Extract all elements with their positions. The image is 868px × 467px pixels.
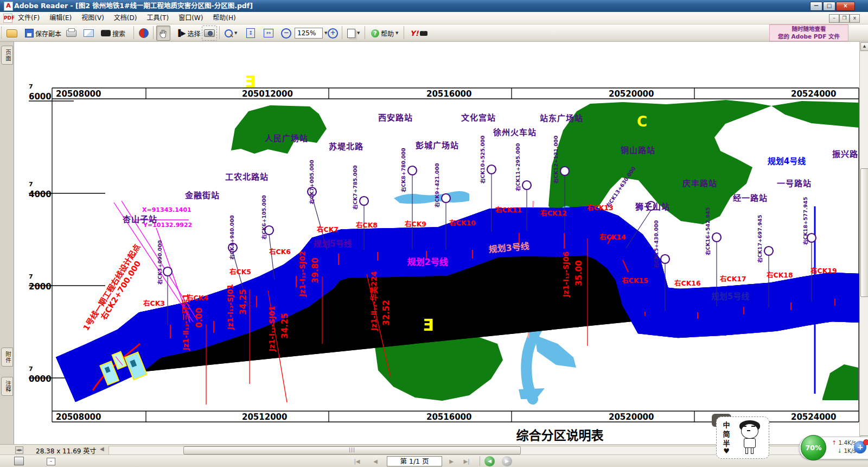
sidebar-tab-1[interactable]: 附件: [1, 348, 13, 367]
station-chainage-9: 右CK12+121.000: [552, 131, 559, 184]
borehole-value-4: 32.52: [381, 294, 391, 332]
station-chainage-3: 右CK7+005.000: [308, 152, 315, 204]
grid-coord-top-3: 20520000: [609, 89, 654, 99]
zoom-level-combobox[interactable]: 125% ▼: [294, 26, 328, 41]
ck-label-7: 右CK10: [449, 217, 476, 228]
menu-item-4[interactable]: 工具(T): [142, 12, 174, 24]
menu-item-6[interactable]: 帮助(H): [208, 12, 240, 24]
first-page-icon[interactable]: |◀: [350, 457, 363, 466]
borehole-value-2: 34.25: [280, 307, 290, 345]
snapshot-button[interactable]: [202, 26, 217, 41]
station-label-9: 站东广场站: [524, 112, 599, 123]
menu-item-2[interactable]: 视图(V): [76, 12, 109, 24]
station-label-6: 彭城广场站: [399, 139, 475, 150]
print-button[interactable]: [64, 26, 79, 41]
grid-coord-bottom-4: 20524000: [791, 412, 837, 422]
ck-label-3: 右CK6: [269, 246, 291, 256]
select-tool-button[interactable]: ▐▶ 选择: [174, 26, 202, 41]
document-size: 28.38 x 11.69 英寸: [36, 446, 96, 455]
station-label-4: 苏堤北路: [308, 140, 384, 152]
hand-icon: [158, 28, 168, 38]
grid-coord-bottom-1: 20512000: [242, 412, 288, 422]
borehole-id-0: Jz1-Ⅱ₁₂-三环污1: [180, 268, 190, 376]
ck-label-8: 右CK11: [495, 204, 522, 214]
single-page-view-icon[interactable]: [14, 457, 24, 465]
station-label-2: 工农北路站: [209, 171, 285, 182]
banner-line1: 随时随地查看: [770, 25, 848, 33]
ck-label-9: 右CK12: [540, 207, 567, 218]
email-button[interactable]: [81, 26, 96, 41]
previous-page-icon[interactable]: ◀: [369, 457, 382, 466]
station-label-10: 铜山路站: [600, 144, 676, 155]
planned-line-label-4: 规划5号线: [698, 290, 763, 301]
save-icon: [25, 29, 34, 37]
page-display-button[interactable]: ▼: [345, 26, 362, 41]
yahoo-search-button[interactable]: Y!: [408, 26, 430, 41]
vertical-scrollbar-thumb[interactable]: [860, 168, 868, 297]
pane-splitter-icon[interactable]: ◄►: [15, 446, 23, 454]
zoom-out-button[interactable]: −: [279, 26, 293, 41]
grid-coord-top-2: 20516000: [426, 89, 472, 99]
ck-label-6: 右CK9: [405, 218, 426, 229]
scroll-up-icon[interactable]: ▲: [860, 42, 868, 51]
zoom-in-button[interactable]: +: [326, 26, 340, 41]
ck-label-10: 右CK13: [587, 202, 614, 212]
zoom-out-icon: −: [281, 28, 291, 39]
doc-minimize-button[interactable]: –: [829, 14, 839, 23]
next-view-button[interactable]: ▶: [502, 456, 512, 466]
ck-label-12: 右CK15: [622, 275, 648, 285]
open-button[interactable]: [4, 26, 20, 41]
restore-button[interactable]: □: [823, 2, 835, 11]
doc-close-button[interactable]: x: [850, 14, 860, 23]
grid-coord-top-4: 20524000: [791, 89, 837, 99]
doc-restore-button[interactable]: ❐: [839, 14, 850, 23]
last-page-icon[interactable]: ▶|: [460, 457, 473, 466]
region-letter-2: C: [637, 113, 647, 130]
scroll-left-icon[interactable]: ◀: [100, 446, 104, 452]
page-indicator[interactable]: 第 1/1 页: [387, 456, 442, 466]
sidebar-tab-2[interactable]: 注释: [1, 377, 13, 396]
station-chainage-8: 右CK11+295.000: [514, 139, 521, 191]
borehole-value-0: 0.00: [194, 299, 204, 337]
yahoo-binoculars-icon: [420, 31, 427, 36]
sidebar-tab-0[interactable]: 页面: [1, 46, 13, 65]
menu-item-1[interactable]: 编辑(E): [44, 12, 76, 24]
page-size-icon[interactable]: –: [47, 458, 55, 465]
menu-item-3[interactable]: 文档(D): [109, 12, 142, 24]
memory-percent-ball[interactable]: 70%: [801, 435, 826, 460]
help-button[interactable]: ? 帮助 ▼: [369, 26, 400, 41]
upload-speed: ↑ 1.4K/s: [829, 439, 856, 446]
adobe-promo-banner[interactable]: 随时随地查看 您的 Adobe PDF 文件: [769, 24, 848, 41]
ck-label-14: 右CK17: [720, 273, 746, 283]
fit-width-button[interactable]: ↔: [261, 26, 276, 41]
title-bar: A Adobe Reader - [图2 徐州地铁1#线一期工程地质灾害分区图-…: [0, 0, 868, 12]
save-copy-button[interactable]: 保存副本: [23, 26, 63, 41]
station-chainage-11: 右CK15+430.000: [652, 216, 660, 268]
ck-label-15: 右CK18: [767, 269, 793, 280]
ck-label-16: 右CK19: [810, 265, 837, 275]
grid-coord-left-3: 0000: [29, 374, 52, 384]
next-page-icon[interactable]: ▶: [445, 457, 458, 466]
grid-coord-left-0: 6000: [29, 92, 52, 102]
menu-item-5[interactable]: 窗口(W): [174, 12, 208, 24]
horizontal-scrollbar-thumb[interactable]: |||: [183, 446, 521, 455]
magnifier-icon: [225, 29, 233, 37]
ime-toolbar-popup[interactable]: 中简半♥: [716, 416, 769, 459]
hand-tool-button[interactable]: [156, 26, 170, 41]
previous-view-button[interactable]: ◀: [484, 456, 495, 466]
menu-item-0[interactable]: 文件(F): [13, 12, 44, 24]
borehole-value-3: 39.80: [310, 251, 320, 289]
station-chainage-1: 右CK4+940.000: [228, 207, 235, 260]
fit-height-button[interactable]: ↕: [244, 26, 257, 41]
station-chainage-14: 右CK18+577.945: [801, 193, 809, 245]
planned-line-label-3: 规划4号线: [754, 155, 819, 166]
station-chainage-13: 右CK17+697.945: [756, 211, 763, 263]
vertical-scrollbar[interactable]: ▲ ▼: [859, 42, 868, 444]
zoom-tool-button[interactable]: ▼: [222, 26, 239, 41]
minimize-button[interactable]: －: [810, 2, 822, 11]
collaboration-button[interactable]: [137, 26, 151, 41]
search-button[interactable]: 搜索: [99, 26, 127, 41]
toolbar: 保存副本 搜索 ▐▶ 选择 ▼ ↕ ↔ − 125% ▼ +: [0, 24, 868, 42]
close-button[interactable]: ×: [836, 2, 855, 11]
fit-width-icon: ↔: [264, 29, 273, 37]
